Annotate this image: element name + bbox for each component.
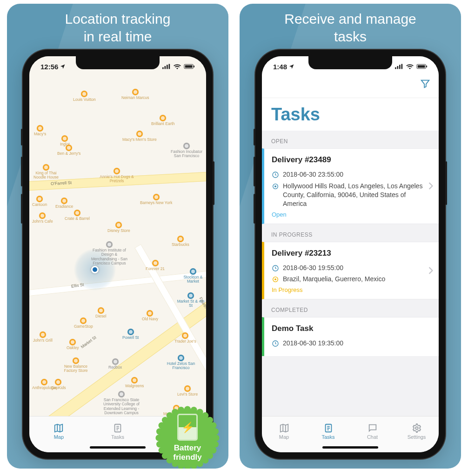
poi-marker-icon: [136, 131, 143, 137]
poi-marker-icon: [147, 310, 153, 317]
map-poi[interactable]: Starbucks: [172, 236, 189, 247]
map-poi[interactable]: Powell St: [122, 329, 139, 340]
svg-point-13: [202, 457, 208, 463]
task-time: 2018-06-30 23:55:00: [283, 170, 343, 179]
svg-point-35: [210, 422, 216, 429]
map-poi[interactable]: John's Grill: [33, 331, 53, 343]
tasks-icon: [112, 423, 123, 433]
svg-point-9: [213, 435, 220, 441]
map-poi[interactable]: Barneys New York: [140, 194, 172, 205]
tab-tasks[interactable]: Tasks: [306, 416, 350, 446]
chat-icon: [367, 423, 378, 433]
home-indicator[interactable]: [90, 446, 146, 449]
task-card-progress[interactable]: Delivery #23213 2018-06-30 19:55:00 Braz…: [262, 242, 439, 300]
map-view[interactable]: Louis VuittonNeiman MarcusBrilliant Eart…: [29, 56, 206, 416]
map-poi[interactable]: New Balance Factory Store: [57, 357, 94, 373]
tab-map[interactable]: Map: [29, 416, 88, 446]
task-status: In Progress: [272, 286, 423, 293]
poi-label: Oakley: [67, 346, 79, 350]
map-poi[interactable]: Diesel: [95, 307, 107, 318]
svg-rect-38: [397, 66, 399, 69]
map-poi[interactable]: Annie's Hot Dogs & Pretzels: [98, 168, 135, 184]
map-poi[interactable]: Macy's Men's Store: [122, 131, 157, 142]
task-address: Hollywood Hills Road, Los Angeles, Los A…: [283, 182, 423, 208]
map-poi[interactable]: Ben & Jerry's: [57, 145, 80, 156]
poi-marker-icon: [66, 145, 72, 151]
poi-marker-icon: [152, 260, 159, 266]
tab-tasks[interactable]: Tasks: [88, 416, 147, 446]
poi-marker-icon: [183, 143, 190, 149]
poi-label: Powell St: [122, 336, 139, 340]
chevron-right-icon: [428, 182, 433, 190]
gear-icon: [411, 423, 422, 433]
map-poi[interactable]: Hotel Zelos San Francisco: [162, 355, 200, 370]
map-poi[interactable]: Forever 21: [146, 260, 165, 271]
tab-chat[interactable]: Chat: [350, 416, 394, 446]
tab-map[interactable]: Map: [262, 416, 306, 446]
map-poi[interactable]: Levi's Store: [177, 385, 198, 397]
map-poi[interactable]: Cantoon: [32, 196, 47, 207]
task-address: Brazil, Marquelia, Guerrero, Mexico: [283, 275, 385, 284]
poi-marker-icon: [73, 357, 79, 364]
poi-label: Redbox: [108, 365, 122, 370]
svg-rect-43: [418, 65, 425, 68]
map-poi[interactable]: Neiman Marcus: [121, 89, 149, 100]
poi-label: New Balance Factory Store: [57, 364, 94, 373]
svg-rect-42: [426, 66, 427, 67]
task-card-open[interactable]: Delivery #23489 2018-06-30 23:55:00 Holl…: [262, 148, 439, 224]
tab-label: Tasks: [321, 434, 334, 440]
map-poi[interactable]: GameStop: [74, 317, 93, 329]
poi-marker-icon: [182, 332, 188, 339]
section-open: OPEN: [262, 131, 439, 148]
map-poi[interactable]: Redbox: [108, 358, 122, 370]
map-poi[interactable]: Fashion Institute of Design & Merchandis…: [91, 241, 128, 265]
map-poi[interactable]: Fashion Incubator San Francisco: [168, 143, 205, 159]
poi-marker-icon: [114, 168, 120, 174]
map-poi[interactable]: Disney Store: [107, 222, 130, 233]
svg-point-20: [162, 452, 168, 459]
tab-label: Settings: [408, 434, 426, 440]
svg-point-49: [274, 278, 276, 280]
map-poi[interactable]: King of Thai Noodle House: [32, 164, 60, 180]
map-poi[interactable]: GapKids: [51, 379, 66, 390]
map-poi[interactable]: Eradiance: [55, 198, 73, 209]
poi-marker-icon: [69, 339, 76, 345]
poi-label: Disney Store: [107, 229, 130, 233]
poi-marker-icon: [131, 377, 138, 383]
map-poi[interactable]: Oakley: [67, 339, 79, 350]
map-poi[interactable]: Crate & Barrel: [65, 210, 90, 221]
clock-icon: [272, 264, 279, 272]
tasks-list[interactable]: OPEN Delivery #23489 2018-06-30 23:55:00…: [262, 131, 439, 416]
tab-label: Map: [279, 434, 289, 440]
poi-label: Hotel Zelos San Francisco: [162, 362, 200, 370]
map-poi[interactable]: Macy's: [34, 125, 46, 136]
poi-label: John's Cafe: [32, 219, 53, 224]
tab-settings[interactable]: Settings: [394, 416, 439, 446]
poi-label: GameStop: [74, 324, 93, 329]
tab-label: Tasks: [111, 434, 124, 440]
phone-frame-map: 12:56: [23, 50, 213, 459]
map-poi[interactable]: San Francisco State University College o…: [103, 391, 140, 415]
clock-icon: [272, 171, 279, 178]
map-poi[interactable]: Walgreens: [125, 377, 144, 388]
poi-marker-icon: [106, 241, 113, 248]
poi-label: Levi's Store: [177, 392, 198, 397]
map-poi[interactable]: John's Cafe: [32, 212, 53, 224]
map-poi[interactable]: Trader Joe's: [174, 332, 196, 344]
task-card-completed[interactable]: Demo Task 2018-06-30 19:35:00: [262, 317, 439, 356]
poi-marker-icon: [118, 391, 125, 397]
filter-icon[interactable]: [420, 79, 430, 89]
map-poi[interactable]: Stockton & Market: [180, 268, 206, 284]
section-progress: IN PROGRESS: [262, 224, 439, 242]
page-title: Tasks: [271, 105, 320, 125]
map-poi[interactable]: Louis Vuitton: [73, 91, 96, 102]
poi-label: Walgreens: [125, 384, 144, 388]
poi-marker-icon: [41, 379, 47, 385]
map-poi[interactable]: Brilliant Earth: [151, 115, 175, 126]
poi-label: Trader Joe's: [174, 339, 196, 344]
poi-marker-icon: [43, 164, 49, 171]
battery-icon: [184, 64, 195, 69]
home-indicator[interactable]: [322, 446, 378, 449]
map-poi[interactable]: Old Navy: [142, 310, 158, 321]
poi-marker-icon: [127, 329, 134, 335]
